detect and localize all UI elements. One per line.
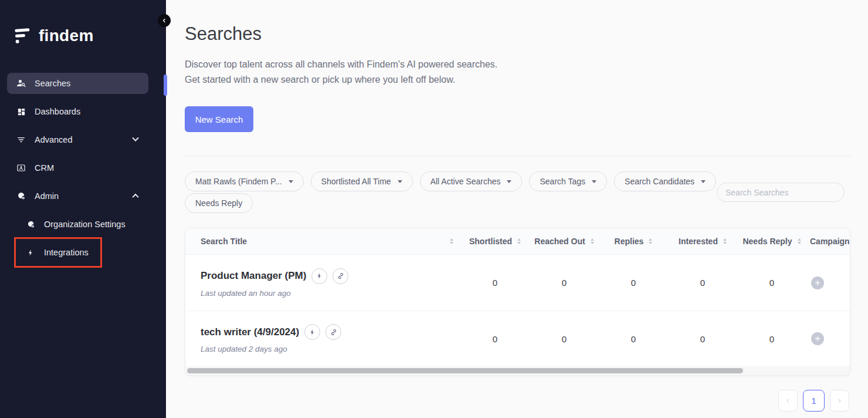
filter-search-candidates-dropdown[interactable]: Search Candidates	[614, 171, 716, 191]
sidebar-item-crm[interactable]: CRM	[7, 157, 148, 178]
admin-settings-icon	[15, 191, 27, 201]
bolt-icon	[316, 272, 323, 279]
sidebar-item-advanced[interactable]: Advanced	[7, 129, 148, 150]
findem-logo: findem	[14, 26, 94, 46]
caret-down-icon	[592, 180, 596, 183]
column-label: Campaign	[810, 237, 850, 246]
page-1-button[interactable]: 1	[803, 390, 825, 412]
dashboard-icon	[15, 107, 27, 116]
chevron-down-icon	[132, 135, 138, 141]
needs-reply-value: 0	[737, 334, 806, 344]
filter-needs-reply[interactable]: Needs Reply	[185, 193, 253, 213]
column-header-reached-out[interactable]: Reached Out	[530, 237, 599, 246]
sort-icon[interactable]	[450, 238, 453, 245]
search-title-link[interactable]: tech writer (4/9/2024)	[201, 326, 299, 338]
sort-icon[interactable]	[649, 238, 652, 245]
sort-icon[interactable]	[591, 238, 594, 245]
filter-label: Needs Reply	[195, 198, 242, 208]
horizontal-scrollbar[interactable]	[185, 366, 850, 375]
filter-owner-dropdown[interactable]: Matt Rawls (Findem P...	[185, 171, 304, 191]
person-search-icon	[15, 78, 27, 89]
findem-logo-icon	[13, 25, 32, 46]
filter-pills-row2: Needs Reply	[185, 193, 253, 213]
reached-out-value: 0	[530, 334, 599, 344]
chevron-right-icon	[837, 398, 842, 403]
copy-link-badge-button[interactable]	[333, 268, 348, 284]
replies-value: 0	[599, 334, 668, 344]
bolt-icon	[25, 249, 36, 257]
bolt-badge-button[interactable]	[311, 268, 327, 284]
sidebar-item-searches[interactable]: Searches	[7, 73, 148, 94]
interested-value: 0	[668, 334, 737, 344]
reached-out-value: 0	[530, 278, 599, 288]
search-title-link[interactable]: Product Manager (PM)	[201, 270, 306, 282]
table-row: tech writer (4/9/2024) Last updated 2 da…	[185, 311, 850, 366]
caret-down-icon	[507, 180, 511, 183]
caret-down-icon	[289, 180, 293, 183]
column-label: Reached Out	[534, 237, 585, 246]
filter-label: Search Tags	[540, 177, 585, 186]
search-searches-input[interactable]	[717, 183, 845, 202]
column-label: Search Title	[201, 237, 247, 246]
share-link-icon	[330, 328, 338, 336]
findem-logo-text: findem	[39, 26, 94, 45]
column-header-needs-reply[interactable]: Needs Reply	[737, 237, 806, 246]
sort-icon[interactable]	[517, 238, 521, 245]
replies-value: 0	[599, 278, 668, 288]
chevron-left-icon	[161, 18, 167, 23]
column-label: Shortlisted	[469, 237, 512, 246]
sidebar-item-admin[interactable]: Admin	[7, 186, 148, 207]
last-updated-text: Last updated 2 days ago	[201, 345, 460, 353]
bolt-badge-button[interactable]	[304, 324, 320, 340]
page-description: Discover top talent across all channels …	[185, 57, 497, 87]
column-header-campaign: Campaign	[806, 237, 850, 246]
search-title-cell: tech writer (4/9/2024) Last updated 2 da…	[185, 324, 460, 353]
column-header-replies[interactable]: Replies	[599, 237, 668, 246]
sidebar-item-label: Organization Settings	[44, 220, 126, 229]
filter-active-searches-dropdown[interactable]: All Active Searches	[420, 171, 523, 191]
table-header-row: Search Title Shortlisted Reached Out Rep…	[185, 228, 850, 255]
filter-pills-row: Matt Rawls (Findem P... Shortlisted All …	[185, 171, 716, 191]
shortlisted-value: 0	[460, 278, 530, 288]
prev-page-button[interactable]	[778, 390, 798, 412]
copy-link-badge-button[interactable]	[326, 324, 341, 340]
sidebar: findem Searches Dashboards Advanced CRM …	[0, 0, 166, 418]
column-header-shortlisted[interactable]: Shortlisted	[460, 237, 530, 246]
column-header-search-title[interactable]: Search Title	[185, 237, 460, 246]
searches-table-card: Search Title Shortlisted Reached Out Rep…	[185, 228, 850, 376]
contact-card-icon	[15, 163, 27, 173]
sort-icon[interactable]	[798, 238, 801, 245]
bolt-icon	[309, 329, 316, 336]
sidebar-item-integrations[interactable]: Integrations	[7, 242, 148, 263]
chevron-up-icon	[132, 194, 138, 200]
shortlisted-value: 0	[460, 334, 530, 344]
filter-shortlisted-time-dropdown[interactable]: Shortlisted All Time	[311, 171, 413, 191]
page-title: Searches	[185, 23, 262, 45]
sidebar-item-organization-settings[interactable]: Organization Settings	[7, 214, 148, 235]
filter-search-tags-dropdown[interactable]: Search Tags	[529, 171, 607, 191]
sidebar-item-label: CRM	[35, 163, 54, 173]
page-description-line1: Discover top talent across all channels …	[185, 57, 497, 72]
column-label: Interested	[679, 237, 718, 246]
last-updated-text: Last updated an hour ago	[201, 289, 460, 298]
main-content: Searches Discover top talent across all …	[166, 0, 868, 418]
new-search-button[interactable]: New Search	[185, 106, 253, 132]
sidebar-collapse-button[interactable]	[158, 14, 171, 27]
horizontal-scrollbar-thumb[interactable]	[187, 368, 743, 373]
add-to-campaign-button[interactable]: +	[811, 332, 824, 345]
organization-settings-icon	[25, 220, 36, 229]
column-label: Needs Reply	[742, 237, 792, 246]
next-page-button[interactable]	[830, 390, 849, 412]
filter-label: Search Candidates	[625, 177, 694, 186]
column-header-interested[interactable]: Interested	[668, 237, 737, 246]
filter-label: Matt Rawls (Findem P...	[195, 177, 282, 186]
add-to-campaign-button[interactable]: +	[811, 277, 824, 289]
filter-icon	[15, 135, 27, 144]
column-label: Replies	[615, 237, 644, 246]
interested-value: 0	[668, 278, 737, 288]
sort-icon[interactable]	[723, 238, 727, 245]
sidebar-item-dashboards[interactable]: Dashboards	[7, 101, 148, 122]
sidebar-item-label: Dashboards	[35, 107, 80, 116]
share-link-icon	[337, 272, 345, 280]
filter-label: All Active Searches	[430, 177, 501, 186]
